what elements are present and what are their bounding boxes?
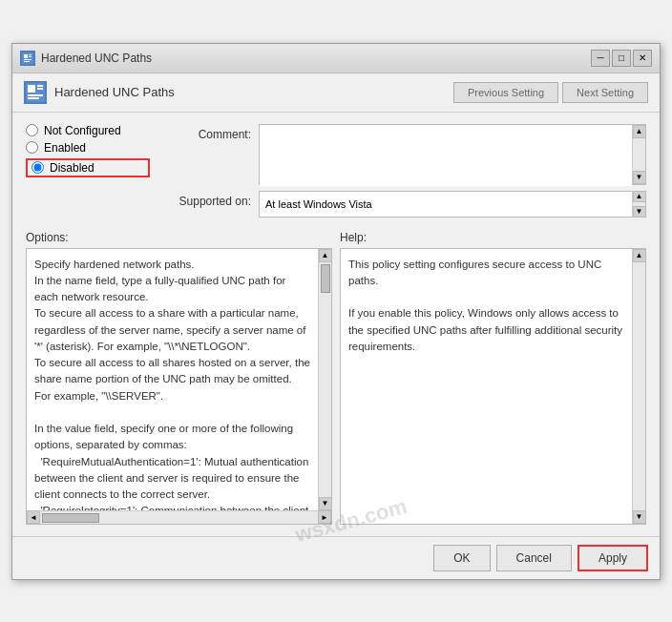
svg-rect-3 xyxy=(29,56,32,57)
options-scrollbar: ▲ ▼ xyxy=(318,249,331,510)
header-buttons: Previous Setting Next Setting xyxy=(453,82,648,103)
supported-scroll-up[interactable]: ▲ xyxy=(633,191,646,202)
footer: wsxdn.com OK Cancel Apply xyxy=(12,536,660,579)
previous-setting-button[interactable]: Previous Setting xyxy=(453,82,558,103)
svg-rect-9 xyxy=(37,88,43,90)
main-window: Hardened UNC Paths ─ □ ✕ Hardened UNC Pa… xyxy=(11,43,661,580)
apply-button[interactable]: Apply xyxy=(578,545,648,571)
supported-scroll-down[interactable]: ▼ xyxy=(633,206,646,218)
svg-rect-5 xyxy=(24,61,30,62)
section-headers: Options: Help: xyxy=(26,231,646,244)
options-hscroll-thumb xyxy=(42,513,99,523)
cancel-button[interactable]: Cancel xyxy=(496,545,572,571)
panels: Specify hardened network paths. In the n… xyxy=(26,248,646,525)
header-title: Hardened UNC Paths xyxy=(54,85,175,99)
svg-rect-11 xyxy=(28,97,39,99)
supported-value: At least Windows Vista xyxy=(260,198,632,210)
comment-scrollbar: ▲ ▼ xyxy=(632,125,645,184)
next-setting-button[interactable]: Next Setting xyxy=(562,82,648,103)
comment-label: Comment: xyxy=(165,124,251,141)
options-panel: Specify hardened network paths. In the n… xyxy=(26,248,332,525)
options-text: Specify hardened network paths. In the n… xyxy=(27,249,318,510)
supported-label: Supported on: xyxy=(165,191,251,208)
window-title: Hardened UNC Paths xyxy=(41,52,591,65)
window-controls: ─ □ ✕ xyxy=(591,50,652,67)
options-scroll-thumb xyxy=(321,264,330,293)
window-icon xyxy=(20,51,35,66)
svg-rect-2 xyxy=(29,54,32,55)
help-scroll-track xyxy=(633,262,645,510)
header-icon xyxy=(24,81,47,104)
help-panel: This policy setting configures secure ac… xyxy=(340,248,646,525)
options-scroll-down[interactable]: ▼ xyxy=(319,497,332,510)
radio-not-configured[interactable]: Not Configured xyxy=(26,124,150,137)
maximize-button[interactable]: □ xyxy=(612,50,631,67)
comment-scroll-up[interactable]: ▲ xyxy=(633,125,646,138)
supported-field: At least Windows Vista ▲ ▼ xyxy=(259,191,646,218)
header-bar: Hardened UNC Paths Previous Setting Next… xyxy=(12,73,660,113)
options-scroll-up[interactable]: ▲ xyxy=(319,249,332,262)
radio-not-configured-input[interactable] xyxy=(26,124,38,136)
close-button[interactable]: ✕ xyxy=(633,50,652,67)
svg-rect-4 xyxy=(24,59,32,60)
options-hscroll-right[interactable]: ► xyxy=(318,510,331,524)
help-scroll-up[interactable]: ▲ xyxy=(633,249,646,262)
help-text: This policy setting configures secure ac… xyxy=(341,249,632,524)
ok-button[interactable]: OK xyxy=(433,545,490,571)
comment-row: Comment: ▲ ▼ xyxy=(165,124,646,185)
supported-row: Supported on: At least Windows Vista ▲ ▼ xyxy=(165,191,646,218)
content-area: Not Configured Enabled Disabled xyxy=(12,113,660,536)
radio-disabled-input[interactable] xyxy=(32,161,44,174)
title-bar: Hardened UNC Paths ─ □ ✕ xyxy=(12,44,660,73)
options-header: Options: xyxy=(26,231,332,244)
options-hscroll-left[interactable]: ◄ xyxy=(27,510,40,524)
options-hscroll: ◄ ► xyxy=(27,510,331,524)
help-scroll-down[interactable]: ▼ xyxy=(633,510,646,524)
svg-rect-1 xyxy=(24,54,28,58)
svg-rect-10 xyxy=(28,94,43,96)
radio-enabled-input[interactable] xyxy=(26,141,38,154)
help-scrollbar: ▲ ▼ xyxy=(632,249,645,524)
help-header: Help: xyxy=(340,231,646,244)
comment-field: ▲ ▼ xyxy=(259,124,646,185)
comment-scroll-track xyxy=(633,138,645,171)
svg-rect-8 xyxy=(37,85,43,87)
supported-scrollbar: ▲ ▼ xyxy=(632,191,645,218)
minimize-button[interactable]: ─ xyxy=(591,50,610,67)
radio-disabled[interactable]: Disabled xyxy=(32,161,94,175)
svg-rect-7 xyxy=(28,85,35,93)
options-hscroll-track xyxy=(40,511,318,524)
radio-group: Not Configured Enabled Disabled xyxy=(26,124,150,177)
header-left: Hardened UNC Paths xyxy=(24,81,175,104)
comment-textarea[interactable] xyxy=(260,125,632,186)
comment-scroll-down[interactable]: ▼ xyxy=(633,171,646,184)
radio-enabled[interactable]: Enabled xyxy=(26,141,150,155)
options-scroll-track xyxy=(319,262,331,497)
radio-disabled-box: Disabled xyxy=(26,158,150,177)
